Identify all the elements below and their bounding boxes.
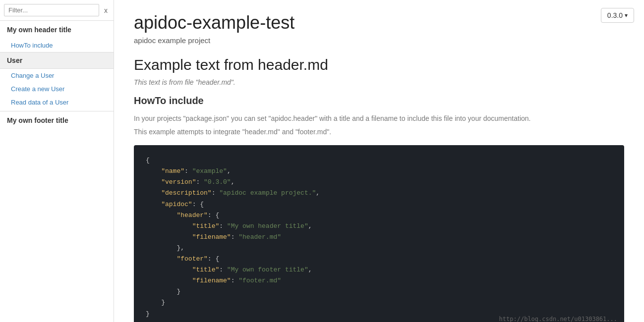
sidebar: x My own header title HowTo include User… xyxy=(0,0,114,322)
howto-desc2: This example attempts to integrate "head… xyxy=(134,127,624,137)
sidebar-item-howto[interactable]: HowTo include xyxy=(0,39,114,52)
watermark: http://blog.csdn.net/u01303861... xyxy=(499,314,617,322)
sidebar-item-header-title[interactable]: My own header title xyxy=(0,21,114,39)
filter-input[interactable] xyxy=(4,4,99,16)
howto-heading: HowTo include xyxy=(134,95,624,107)
sidebar-header-section: My own header title HowTo include xyxy=(0,21,114,52)
sidebar-item-create-user[interactable]: Create a new User xyxy=(0,82,114,96)
sidebar-group-user: User xyxy=(0,52,114,69)
sidebar-user-section: User Change a User Create a new User Rea… xyxy=(0,52,114,109)
filter-clear-button[interactable]: x xyxy=(102,5,110,15)
code-block: { "name": "example", "version": "0.3.0",… xyxy=(134,145,624,322)
header-source-note: This text is from file "header.md". xyxy=(134,78,624,86)
section-heading: Example text from header.md xyxy=(134,56,624,73)
howto-desc1: In your projects "package.json" you can … xyxy=(134,113,624,124)
sidebar-item-change-user[interactable]: Change a User xyxy=(0,69,114,82)
filter-container: x xyxy=(0,0,114,21)
version-badge[interactable]: 0.3.0 xyxy=(601,8,634,23)
sidebar-item-footer-title[interactable]: My own footer title xyxy=(0,111,114,129)
app-subtitle: apidoc example project xyxy=(134,36,624,45)
app-title: apidoc-example-test xyxy=(134,12,624,33)
sidebar-item-read-user[interactable]: Read data of a User xyxy=(0,96,114,109)
main-content: 0.3.0 apidoc-example-test apidoc example… xyxy=(114,0,644,322)
